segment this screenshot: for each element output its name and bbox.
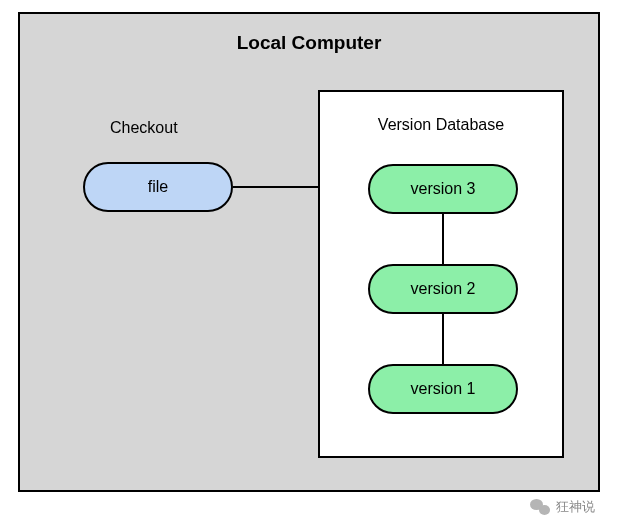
connector-v2-to-v1 [442, 314, 444, 364]
local-computer-container: Local Computer Checkout file Version Dat… [18, 12, 600, 492]
version-database-box: Version Database version 3 version 2 ver… [318, 90, 564, 458]
version-database-label: Version Database [320, 116, 562, 134]
version-1-label: version 1 [411, 380, 476, 398]
version-3-node: version 3 [368, 164, 518, 214]
diagram-title: Local Computer [20, 32, 598, 54]
version-1-node: version 1 [368, 364, 518, 414]
wechat-icon [530, 497, 550, 517]
checkout-label: Checkout [110, 119, 178, 137]
version-2-node: version 2 [368, 264, 518, 314]
connector-v3-to-v2 [442, 214, 444, 264]
version-3-label: version 3 [411, 180, 476, 198]
file-node: file [83, 162, 233, 212]
watermark: 狂神说 [530, 497, 595, 517]
watermark-text: 狂神说 [556, 498, 595, 516]
version-2-label: version 2 [411, 280, 476, 298]
file-node-label: file [148, 178, 168, 196]
